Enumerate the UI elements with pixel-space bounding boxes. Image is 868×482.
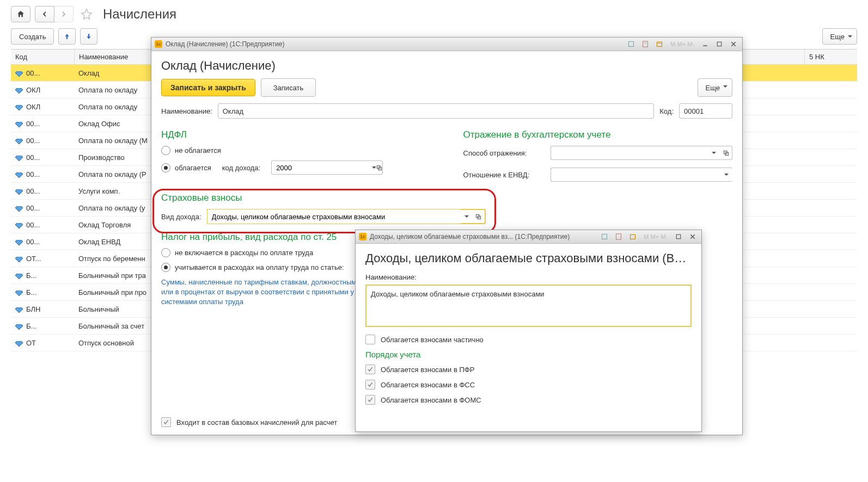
svg-marker-7: [15, 189, 23, 195]
income-code-combo[interactable]: [271, 160, 342, 175]
titlebar-tool-1-icon[interactable]: [626, 39, 637, 49]
order-title: Порядок учета: [365, 350, 692, 359]
back-button[interactable]: [35, 6, 54, 22]
more-button[interactable]: Еще: [822, 28, 857, 45]
create-button[interactable]: Создать: [11, 28, 54, 45]
method-input[interactable]: [551, 146, 708, 160]
partial-checkbox[interactable]: Облагается взносами частично: [365, 335, 692, 344]
pfr-checkbox[interactable]: Облагается взносами в ПФР: [365, 364, 692, 374]
diamond-icon: [15, 171, 23, 177]
open-dialog-icon[interactable]: [720, 146, 732, 160]
forward-button[interactable]: [54, 6, 74, 22]
ndfl-not-taxed-option[interactable]: не облагается: [161, 146, 431, 155]
dropdown-icon[interactable]: [372, 160, 376, 175]
dropdown-icon[interactable]: [708, 146, 720, 160]
titlebar-calc-icon[interactable]: [640, 39, 651, 49]
svg-marker-15: [15, 324, 23, 330]
window-income-kind: 1c Доходы, целиком облагаемые страховыми…: [355, 230, 702, 432]
win-more-button[interactable]: Еще: [698, 78, 732, 97]
method-combo[interactable]: [551, 146, 733, 160]
titlebar-tool-1-icon[interactable]: [599, 232, 610, 242]
svg-rect-33: [676, 234, 681, 239]
close-button[interactable]: [728, 39, 739, 49]
diamond-icon: [15, 87, 23, 92]
svg-marker-0: [15, 71, 23, 77]
insurance-title: Страховые взносы: [161, 193, 732, 203]
diamond-icon: [15, 155, 23, 160]
col-extra[interactable]: 5 НК: [805, 50, 857, 65]
maximize-button[interactable]: [673, 232, 684, 242]
open-dialog-icon[interactable]: [473, 209, 485, 224]
name-label: Наименование:: [161, 107, 212, 115]
income-kind-label: Вид дохода:: [161, 213, 201, 221]
svg-marker-14: [15, 307, 23, 313]
window-title: Доходы, целиком облагаемые страховыми вз…: [365, 251, 692, 265]
svg-rect-23: [717, 42, 722, 46]
income-kind-input[interactable]: [207, 209, 461, 224]
close-button[interactable]: [687, 232, 698, 242]
open-dialog-icon[interactable]: [376, 160, 383, 175]
envd-label: Отношение к ЕНВД:: [463, 171, 545, 179]
svg-rect-18: [643, 41, 648, 47]
svg-rect-31: [616, 234, 621, 240]
base-accrual-checkbox[interactable]: Входит в состав базовых начислений для р…: [161, 417, 337, 427]
page-title: Начисления: [103, 7, 176, 22]
favorite-button[interactable]: [78, 5, 95, 23]
diamond-icon: [15, 239, 23, 244]
diamond-icon: [15, 323, 23, 329]
dropdown-icon[interactable]: [720, 168, 732, 182]
svg-marker-13: [15, 291, 23, 296]
fss-checkbox[interactable]: Облагается взносами в ФСС: [365, 380, 692, 390]
app-icon: 1c: [155, 40, 162, 48]
income-kind-combo[interactable]: [207, 209, 486, 224]
name-label: Наименование:: [365, 273, 692, 281]
col-code[interactable]: Код: [11, 50, 75, 65]
top-bar: Начисления: [0, 0, 868, 26]
move-down-button[interactable]: [80, 28, 97, 45]
diamond-icon: [15, 138, 23, 143]
move-up-button[interactable]: [58, 28, 76, 45]
minimize-button[interactable]: [700, 39, 711, 49]
svg-marker-4: [15, 139, 23, 144]
envd-input[interactable]: [551, 168, 721, 182]
maximize-button[interactable]: [714, 39, 725, 49]
titlebar-calendar-icon[interactable]: [627, 232, 638, 242]
svg-marker-8: [15, 206, 23, 212]
svg-marker-6: [15, 172, 23, 178]
titlebar[interactable]: 1c Оклад (Начисление) (1С:Предприятие) M…: [151, 38, 742, 51]
diamond-icon: [15, 306, 23, 312]
titlebar[interactable]: 1c Доходы, целиком облагаемые страховыми…: [356, 230, 701, 244]
diamond-icon: [15, 121, 23, 126]
svg-rect-20: [657, 42, 662, 46]
ndfl-taxed-option[interactable]: облагается код дохода:: [161, 160, 431, 175]
svg-rect-17: [629, 42, 634, 47]
code-label: Код:: [659, 107, 674, 115]
save-button[interactable]: Записать: [261, 78, 316, 97]
titlebar-text: Доходы, целиком облагаемые страховыми вз…: [370, 233, 570, 240]
income-code-input[interactable]: [271, 160, 372, 175]
diamond-icon: [15, 256, 23, 261]
diamond-icon: [15, 289, 23, 295]
svg-marker-10: [15, 240, 23, 245]
dropdown-icon[interactable]: [461, 209, 473, 224]
svg-marker-1: [15, 88, 23, 94]
svg-marker-5: [15, 156, 23, 161]
svg-marker-12: [15, 274, 23, 279]
svg-marker-2: [15, 105, 23, 110]
titlebar-calc-icon[interactable]: [613, 232, 624, 242]
name-textarea[interactable]: Доходы, целиком облагаемые страховыми вз…: [365, 285, 692, 327]
envd-combo[interactable]: [551, 168, 733, 182]
diamond-icon: [15, 104, 23, 109]
titlebar-text: Оклад (Начисление) (1С:Предприятие): [166, 40, 284, 48]
method-label: Способ отражения:: [463, 149, 545, 157]
svg-rect-32: [631, 234, 635, 239]
code-input[interactable]: [679, 103, 732, 119]
save-close-button[interactable]: Записать и закрыть: [161, 79, 255, 96]
svg-rect-30: [602, 234, 607, 239]
titlebar-calendar-icon[interactable]: [654, 39, 665, 49]
app-icon: 1c: [359, 233, 366, 240]
foms-checkbox[interactable]: Облагается взносами в ФОМС: [365, 395, 692, 405]
name-input[interactable]: [218, 103, 655, 119]
memory-indicator: M M+ M-: [641, 233, 670, 240]
home-button[interactable]: [11, 6, 30, 22]
